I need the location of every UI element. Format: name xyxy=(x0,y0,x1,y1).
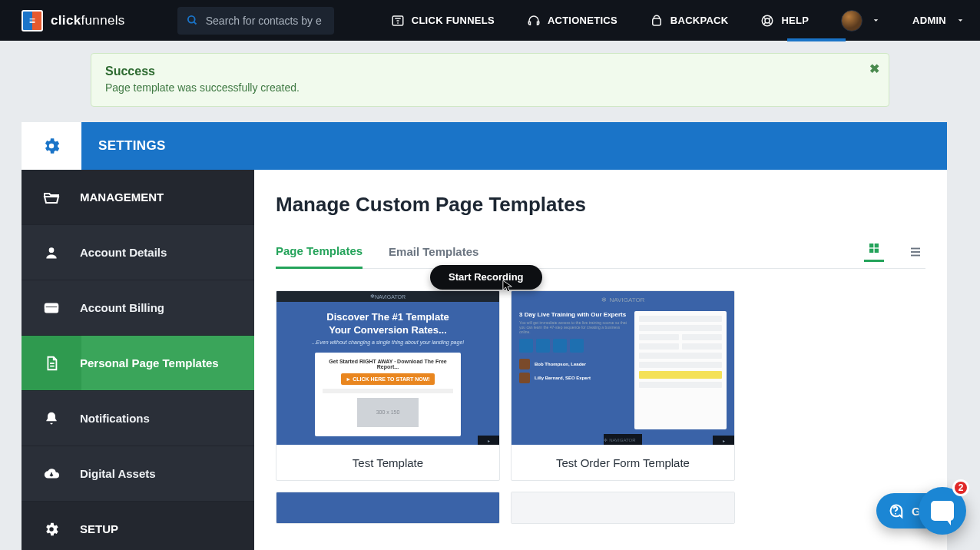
global-search[interactable] xyxy=(177,7,334,35)
view-list-button[interactable] xyxy=(906,242,925,262)
view-grid-button[interactable] xyxy=(864,242,884,262)
active-nav-indicator xyxy=(787,38,846,41)
sidebar-item-page-templates[interactable]: Personal Page Templates xyxy=(22,336,254,391)
svg-point-6 xyxy=(49,247,55,253)
brand-logo[interactable]: ≡ clickfunnels xyxy=(22,10,125,31)
top-nav: ≡ clickfunnels CLICK FUNNELS ACTIONETICS… xyxy=(0,0,980,41)
nav-actionetics[interactable]: ACTIONETICS xyxy=(518,0,627,41)
cloud-download-icon xyxy=(40,466,63,482)
template-grid: ✻ NAVIGATOR Discover The #1 TemplateYour… xyxy=(276,290,925,524)
alert-title: Success xyxy=(105,65,875,78)
sidebar-item-digital-assets[interactable]: Digital Assets xyxy=(22,446,254,502)
svg-rect-9 xyxy=(869,244,873,247)
chat-question-icon xyxy=(887,502,904,519)
tab-bar: Page Templates Email Templates xyxy=(276,235,925,269)
document-icon xyxy=(40,355,63,372)
settings-title: SETTINGS xyxy=(98,138,166,154)
list-icon xyxy=(909,245,922,259)
svg-point-0 xyxy=(188,16,195,23)
success-alert: Success Page template was successfully c… xyxy=(91,53,889,107)
credit-card-icon xyxy=(40,300,63,316)
sidebar-item-account-billing[interactable]: Account Billing xyxy=(22,280,254,336)
svg-point-16 xyxy=(895,513,896,515)
sidebar-item-notifications[interactable]: Notifications xyxy=(22,391,254,446)
nav-click-funnels[interactable]: CLICK FUNNELS xyxy=(382,0,504,41)
template-card[interactable] xyxy=(511,492,735,524)
svg-rect-10 xyxy=(875,244,879,247)
settings-icon xyxy=(22,122,81,170)
svg-point-5 xyxy=(765,18,770,23)
chevron-down-icon xyxy=(872,16,880,25)
svg-rect-3 xyxy=(653,18,661,25)
template-name: Test Template xyxy=(276,445,499,480)
content-area: Manage Custom Page Templates Page Templa… xyxy=(254,170,947,550)
backpack-icon xyxy=(650,14,664,28)
template-thumbnail xyxy=(512,492,734,524)
alert-close-button[interactable]: ✖ xyxy=(869,61,879,76)
headset-icon xyxy=(527,14,541,28)
template-card[interactable]: ✻ NAVIGATOR Discover The #1 TemplateYour… xyxy=(276,290,500,481)
svg-rect-11 xyxy=(869,249,873,253)
search-icon xyxy=(187,15,198,26)
settings-banner: SETTINGS xyxy=(22,122,947,170)
svg-line-1 xyxy=(194,22,196,24)
sidebar-heading-setup[interactable]: SETUP xyxy=(22,502,254,550)
tab-email-templates[interactable]: Email Templates xyxy=(389,235,478,268)
admin-menu[interactable]: ADMIN xyxy=(903,0,965,41)
template-thumbnail: ✻ NAVIGATOR 3 Day Live Training with Our… xyxy=(512,291,734,445)
mouse-cursor-icon xyxy=(502,280,513,293)
sidebar-heading-management[interactable]: MANAGEMENT xyxy=(22,170,254,225)
template-thumbnail xyxy=(276,492,499,524)
search-input[interactable] xyxy=(206,15,325,27)
alert-message: Page template was successfully created. xyxy=(105,81,875,94)
unread-badge: 2 xyxy=(952,479,969,496)
main-shell: MANAGEMENT Account Details Account Billi… xyxy=(22,170,947,550)
sidebar: MANAGEMENT Account Details Account Billi… xyxy=(22,170,254,550)
nav-help[interactable]: HELP xyxy=(751,0,818,41)
chat-bubble-icon xyxy=(931,501,954,521)
gear-icon xyxy=(40,521,63,538)
avatar xyxy=(841,10,862,31)
template-card[interactable]: ✻ NAVIGATOR 3 Day Live Training with Our… xyxy=(511,290,735,481)
chevron-down-icon xyxy=(956,16,965,25)
template-name: Test Order Form Template xyxy=(512,445,734,480)
user-icon xyxy=(40,245,63,260)
svg-rect-12 xyxy=(875,249,879,253)
page-title: Manage Custom Page Templates xyxy=(276,193,925,217)
tab-page-templates[interactable]: Page Templates xyxy=(276,236,363,269)
account-menu[interactable] xyxy=(832,0,889,41)
start-recording-tooltip[interactable]: Start Recording xyxy=(430,265,542,290)
lifebuoy-icon xyxy=(760,14,774,28)
nav-backpack[interactable]: BACKPACK xyxy=(641,0,738,41)
logo-mark-icon: ≡ xyxy=(22,10,43,31)
folder-open-icon xyxy=(40,188,63,207)
template-thumbnail: ✻ NAVIGATOR Discover The #1 TemplateYour… xyxy=(276,291,499,445)
bell-icon xyxy=(40,411,63,426)
svg-rect-8 xyxy=(45,306,58,308)
funnel-icon xyxy=(391,14,405,28)
template-card[interactable] xyxy=(276,492,500,524)
sidebar-item-account-details[interactable]: Account Details xyxy=(22,225,254,280)
grid-icon xyxy=(868,242,880,254)
